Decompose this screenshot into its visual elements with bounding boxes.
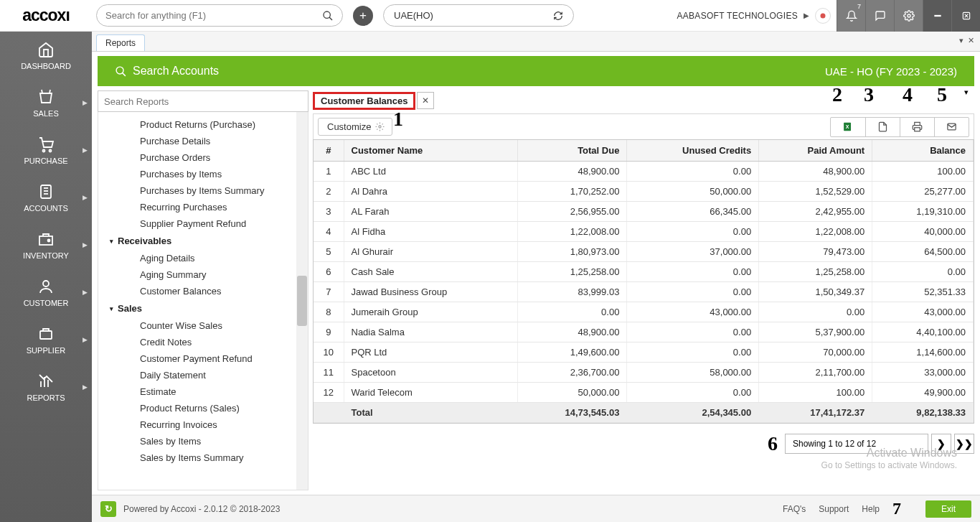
table-row[interactable]: 2Al Dahra1,70,252.0050,000.001,52,529.00…: [314, 182, 974, 202]
tree-item[interactable]: Purchases by Items Summary: [98, 182, 308, 199]
tree-item[interactable]: Customer Payment Refund: [98, 350, 308, 367]
nav-label: PURCHASE: [24, 157, 67, 165]
nav-item-inventory[interactable]: INVENTORY▶: [0, 221, 92, 269]
nav-item-supplier[interactable]: SUPPLIER▶: [0, 316, 92, 363]
nav-label: ACCOUNTS: [24, 204, 68, 213]
col-header[interactable]: Unused Credits: [627, 140, 759, 162]
tree-item[interactable]: Product Returns (Purchase): [98, 116, 308, 133]
report-search[interactable]: [98, 90, 308, 112]
scrollbar[interactable]: [296, 112, 308, 490]
cell-due: 50,000.00: [518, 383, 627, 403]
company-name[interactable]: AABASOFT TECHNOLOGIES: [677, 11, 798, 21]
chevron-right-icon[interactable]: ▶: [804, 11, 809, 19]
footer-support-link[interactable]: Support: [819, 504, 849, 514]
org-selector[interactable]: UAE(HO): [383, 4, 574, 27]
nav-item-sales[interactable]: SALES▶: [0, 79, 92, 126]
tree-item[interactable]: Daily Statement: [98, 367, 308, 383]
tree-item[interactable]: Product Returns (Sales): [98, 400, 308, 416]
quick-add-button[interactable]: +: [353, 6, 373, 26]
cell-paid: 70,000.00: [759, 342, 872, 363]
nav-item-reports[interactable]: REPORTS▶: [0, 363, 92, 411]
export-excel-button[interactable]: X: [831, 118, 865, 136]
annotation-7: 7: [892, 499, 901, 518]
table-row[interactable]: 7Jawad Business Group83,999.030.001,50,3…: [314, 282, 974, 302]
col-header[interactable]: Total Due: [518, 140, 627, 162]
col-header[interactable]: Paid Amount: [759, 140, 872, 162]
tree-item[interactable]: Estimate: [98, 383, 308, 400]
tree-item[interactable]: Purchase Orders: [98, 149, 308, 166]
tree-item[interactable]: Customer Balances: [98, 283, 308, 299]
avatar[interactable]: [815, 8, 831, 24]
table-row[interactable]: 9Nadia Salma48,900.000.005,37,900.004,40…: [314, 322, 974, 342]
global-search-input[interactable]: [105, 10, 322, 21]
module-tab-reports[interactable]: Reports: [96, 34, 145, 51]
nav-item-purchase[interactable]: PURCHASE▶: [0, 126, 92, 174]
tree-item[interactable]: Sales by Items Summary: [98, 449, 308, 466]
report-tab-close[interactable]: ✕: [417, 92, 434, 109]
nav-item-dashboard[interactable]: DASHBOARD: [0, 32, 92, 79]
tree-item[interactable]: Counter Wise Sales: [98, 317, 308, 334]
report-tree-panel: Product Returns (Purchase)Purchase Detai…: [98, 90, 308, 490]
refresh-icon[interactable]: [553, 11, 563, 21]
report-search-input[interactable]: [104, 96, 302, 107]
cell-due: 0.00: [518, 302, 627, 322]
table-row[interactable]: 8Jumeraih Group0.0043,000.000.0043,000.0…: [314, 302, 974, 322]
notifications-button[interactable]: 7: [837, 0, 865, 32]
cell-index: 1: [314, 162, 344, 182]
cell-paid: 1,52,529.00: [759, 182, 872, 202]
email-button[interactable]: [934, 118, 969, 136]
table-row[interactable]: 4Al Fidha1,22,008.000.001,22,008.0040,00…: [314, 222, 974, 242]
pager-next-button[interactable]: ❯: [931, 434, 951, 454]
footer-faqs-link[interactable]: FAQ's: [783, 504, 806, 514]
close-window-button[interactable]: [951, 0, 980, 32]
table-row[interactable]: 6Cash Sale1,25,258.000.001,25,258.000.00: [314, 262, 974, 282]
col-header[interactable]: #: [314, 140, 344, 162]
svg-rect-26: [915, 128, 920, 131]
tree-section[interactable]: ▾Receivables: [98, 232, 308, 250]
search-icon[interactable]: [322, 10, 334, 22]
tree-item[interactable]: Sales by Items: [98, 433, 308, 449]
tree-section[interactable]: ▾Sales: [98, 299, 308, 317]
col-header[interactable]: Balance: [872, 140, 974, 162]
notification-badge: 7: [857, 3, 861, 10]
banner-title[interactable]: Search Accounts: [133, 65, 219, 78]
chat-button[interactable]: [865, 0, 894, 32]
nav-item-customer[interactable]: CUSTOMER▶: [0, 269, 92, 316]
table-row[interactable]: 3AL Farah2,56,955.0066,345.002,42,955.00…: [314, 202, 974, 222]
nav-label: DASHBOARD: [21, 62, 71, 70]
exit-button[interactable]: Exit: [925, 500, 971, 518]
tree-item[interactable]: Aging Summary: [98, 266, 308, 283]
tree-item[interactable]: Recurring Invoices: [98, 416, 308, 433]
tree-item[interactable]: Purchase Details: [98, 133, 308, 149]
table-row[interactable]: 1ABC Ltd48,900.000.0048,900.00100.00: [314, 162, 974, 182]
tree-item[interactable]: Recurring Purchases: [98, 199, 308, 215]
tree-item[interactable]: Aging Details: [98, 250, 308, 266]
settings-button[interactable]: [894, 0, 923, 32]
col-header[interactable]: Customer Name: [344, 140, 518, 162]
tree-item[interactable]: Purchases by Items: [98, 166, 308, 182]
print-button[interactable]: [900, 118, 934, 136]
caret-down-icon[interactable]: ▾: [959, 36, 963, 45]
global-search[interactable]: [96, 4, 343, 27]
caret-down-icon[interactable]: ▾: [964, 88, 969, 97]
minimize-button[interactable]: [923, 0, 951, 32]
nav-item-accounts[interactable]: ACCOUNTS▶: [0, 174, 92, 221]
export-pdf-button[interactable]: [865, 118, 900, 136]
org-label: UAE(HO): [394, 10, 433, 21]
tree-item[interactable]: Credit Notes: [98, 334, 308, 350]
cell-balance: 43,000.00: [872, 302, 974, 322]
table-row[interactable]: 12Warid Telecom50,000.000.00100.0049,900…: [314, 383, 974, 403]
table-row[interactable]: 5Al Ghurair1,80,973.0037,000.0079,473.00…: [314, 242, 974, 262]
cell-balance: 1,14,600.00: [872, 342, 974, 363]
table-row[interactable]: 10PQR Ltd1,49,600.000.0070,000.001,14,60…: [314, 342, 974, 363]
report-tree[interactable]: Product Returns (Purchase)Purchase Detai…: [98, 112, 308, 490]
footer-help-link[interactable]: Help: [862, 504, 880, 514]
close-icon[interactable]: ✕: [968, 36, 974, 45]
tree-item[interactable]: Supplier Payment Refund: [98, 215, 308, 232]
pager-last-button[interactable]: ❯❯: [954, 434, 974, 454]
customize-button[interactable]: Customize: [318, 118, 392, 136]
table-row[interactable]: 11Spacetoon2,36,700.0058,000.002,11,700.…: [314, 363, 974, 383]
page-banner: Search Accounts UAE - HO (FY 2023 - 2023…: [98, 56, 974, 86]
scrollbar-thumb[interactable]: [297, 276, 307, 326]
report-tab-customer-balances[interactable]: Customer Balances: [313, 92, 415, 110]
